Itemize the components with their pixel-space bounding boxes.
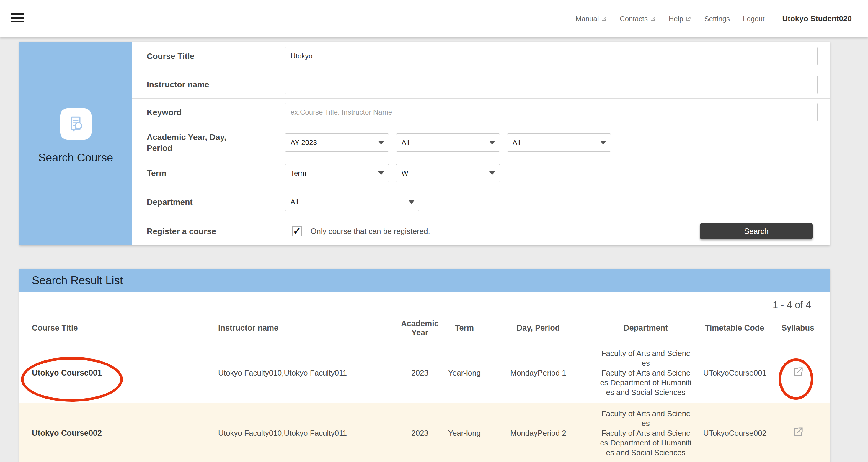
timetable-code-cell: UTokyoCourse001 <box>703 368 766 377</box>
instructor-cell: Utokyo Faculty010,Utokyo Faculty011 <box>209 429 399 438</box>
term-cell: Year-long <box>440 429 488 438</box>
top-nav: Manual Contacts Help Settings Logout Uto… <box>576 0 852 37</box>
day-select[interactable]: All <box>396 133 500 152</box>
instructor-cell: Utokyo Faculty010,Utokyo Faculty011 <box>209 368 399 377</box>
hamburger-bar <box>11 17 24 19</box>
pagination-status: 1 - 4 of 4 <box>20 297 830 313</box>
dropdown-arrow-icon <box>373 134 389 151</box>
external-link-icon <box>792 426 804 439</box>
form-row-term: Term Term W <box>132 159 830 187</box>
result-table-header-row: Course Title Instructor name Academic Ye… <box>20 313 830 343</box>
register-checkbox[interactable]: ✓ <box>292 226 302 236</box>
keyword-input[interactable] <box>285 103 817 121</box>
search-result-list-header: Search Result List <box>20 269 830 292</box>
search-course-sidebar: Search Course <box>20 42 132 245</box>
timetable-code-cell: UTokyoCourse002 <box>703 429 766 438</box>
course-title-input[interactable] <box>285 47 817 65</box>
external-link-icon <box>650 16 656 22</box>
instructor-name-label: Instructor name <box>132 79 285 90</box>
department-cell: Faculty of Arts and Scienc es Faculty of… <box>588 349 703 397</box>
column-header-academic-year: Academic Year <box>399 319 440 337</box>
nav-manual[interactable]: Manual <box>576 15 607 23</box>
search-panel-title: Search Course <box>38 151 113 164</box>
nav-logout[interactable]: Logout <box>743 15 764 23</box>
search-result-list-title: Search Result List <box>32 274 123 287</box>
result-table-row: Utokyo Course001 Utokyo Faculty010,Utoky… <box>20 343 830 403</box>
search-course-panel: Search Course Course Title Instructor na… <box>20 42 830 245</box>
search-button[interactable]: Search <box>700 223 813 239</box>
logged-in-user-name: Utokyo Student020 <box>782 14 852 23</box>
day-select-value: All <box>396 138 484 147</box>
hamburger-menu-icon[interactable] <box>11 13 24 25</box>
period-select-value: All <box>507 138 595 147</box>
term-cell: Year-long <box>440 368 488 377</box>
column-header-instructor-name: Instructor name <box>209 324 399 333</box>
register-checkbox-note: Only course that can be registered. <box>311 227 430 236</box>
form-row-instructor: Instructor name <box>132 71 830 99</box>
dropdown-arrow-icon <box>404 193 419 211</box>
column-header-term: Term <box>440 324 488 333</box>
form-row-keyword: Keyword <box>132 99 830 126</box>
form-row-register: Register a course ✓ Only course that can… <box>132 217 830 245</box>
column-header-timetable-code: Timetable Code <box>703 324 766 333</box>
hamburger-bar <box>11 21 24 23</box>
checkmark-icon: ✓ <box>293 226 301 236</box>
department-select[interactable]: All <box>285 193 419 211</box>
dropdown-arrow-icon <box>484 164 500 182</box>
academic-year-day-period-label: Academic Year, Day, Period <box>132 132 285 154</box>
nav-help[interactable]: Help <box>669 15 691 23</box>
academic-year-select[interactable]: AY 2023 <box>285 133 389 152</box>
external-link-icon <box>685 16 691 22</box>
column-header-course-title: Course Title <box>20 324 209 333</box>
form-row-course-title: Course Title <box>132 42 830 71</box>
academic-year-select-value: AY 2023 <box>285 138 373 147</box>
course-title-cell[interactable]: Utokyo Course001 <box>20 368 209 377</box>
form-row-department: Department All <box>132 187 830 217</box>
term-label: Term <box>132 168 285 179</box>
term-type-select-value: Term <box>285 169 373 177</box>
department-cell: Faculty of Arts and Scienc es Faculty of… <box>588 409 703 458</box>
dropdown-arrow-icon <box>595 134 611 151</box>
external-link-icon <box>792 366 804 379</box>
top-bar: Manual Contacts Help Settings Logout Uto… <box>0 0 868 37</box>
column-header-syllabus: Syllabus <box>766 324 830 333</box>
column-header-day-period: Day, Period <box>488 324 588 333</box>
term-type-select[interactable]: Term <box>285 164 389 182</box>
syllabus-link-button[interactable] <box>792 366 804 379</box>
column-header-department: Department <box>588 324 703 333</box>
course-search-icon <box>60 109 92 140</box>
nav-help-label: Help <box>669 15 683 23</box>
academic-year-cell: 2023 <box>399 368 440 377</box>
day-period-cell: MondayPeriod 1 <box>488 368 588 377</box>
department-label: Department <box>132 196 285 208</box>
course-title-label: Course Title <box>132 51 285 62</box>
nav-manual-label: Manual <box>576 15 599 23</box>
period-select[interactable]: All <box>507 133 611 152</box>
search-form: Course Title Instructor name Keyword Aca… <box>132 42 830 245</box>
nav-contacts[interactable]: Contacts <box>620 15 656 23</box>
academic-year-cell: 2023 <box>399 429 440 438</box>
search-result-panel: Search Result List 1 - 4 of 4 Course Tit… <box>20 269 830 462</box>
keyword-label: Keyword <box>132 107 285 118</box>
hamburger-bar <box>11 13 24 15</box>
register-a-course-label: Register a course <box>132 226 285 237</box>
department-select-value: All <box>285 198 404 206</box>
day-period-cell: MondayPeriod 2 <box>488 429 588 438</box>
course-title-cell[interactable]: Utokyo Course002 <box>20 429 209 438</box>
dropdown-arrow-icon <box>484 134 500 151</box>
result-table-row: Utokyo Course002 Utokyo Faculty010,Utoky… <box>20 403 830 462</box>
syllabus-link-button[interactable] <box>792 426 804 439</box>
nav-logout-label: Logout <box>743 15 764 23</box>
nav-settings-label: Settings <box>704 15 730 23</box>
dropdown-arrow-icon <box>373 164 389 182</box>
instructor-name-input[interactable] <box>285 75 817 94</box>
form-row-academic-year-day-period: Academic Year, Day, Period AY 2023 All A… <box>132 126 830 159</box>
nav-settings[interactable]: Settings <box>704 15 730 23</box>
term-value-select-value: W <box>396 169 484 177</box>
term-value-select[interactable]: W <box>396 164 500 182</box>
external-link-icon <box>601 16 607 22</box>
nav-contacts-label: Contacts <box>620 15 648 23</box>
